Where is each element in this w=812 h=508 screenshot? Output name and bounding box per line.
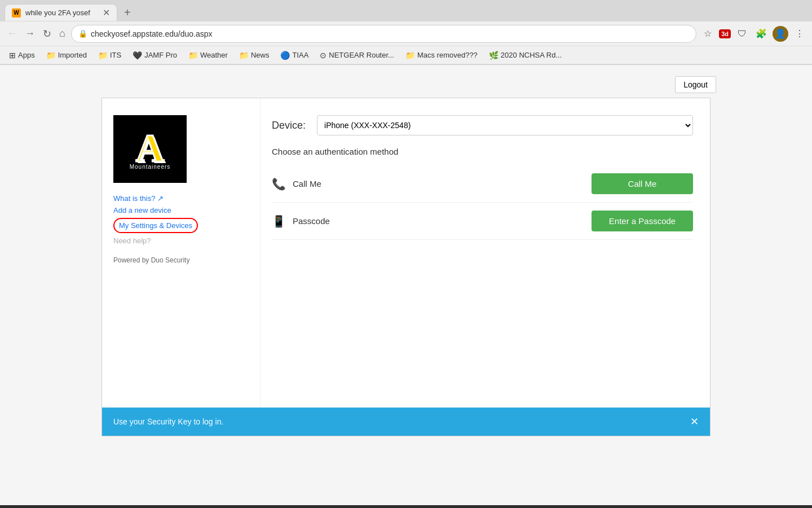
bookmark-nchsa[interactable]: 🌿 2020 NCHSA Rd... <box>484 50 566 61</box>
bookmark-news[interactable]: 📁 News <box>235 50 274 61</box>
security-banner: Use your Security Key to log in. ✕ <box>102 408 710 436</box>
device-label: Device: <box>272 120 306 132</box>
powered-by: Powered by Duo Security <box>113 256 189 264</box>
passcode-option: 📱 Passcode Enter a Passcode <box>272 203 693 240</box>
logout-button[interactable]: Logout <box>675 76 716 93</box>
security-banner-text: Use your Security Key to log in. <box>113 417 223 426</box>
device-row: Device: iPhone (XXX-XXX-2548) <box>272 115 693 135</box>
bookmark-its[interactable]: 📁 ITS <box>94 50 126 61</box>
bookmark-its-label: ITS <box>110 51 121 59</box>
call-me-left: 📞 Call Me <box>272 177 321 191</box>
lock-icon: 🔒 <box>78 29 87 38</box>
duo-body: A Mountaineers What is this? ↗ Add a new… <box>102 98 710 408</box>
bookmark-netgear-label: NETGEAR Router... <box>329 51 394 59</box>
call-me-label: Call Me <box>293 179 321 189</box>
jamf-icon: 🖤 <box>133 51 142 60</box>
duo-left-panel: A Mountaineers What is this? ↗ Add a new… <box>102 98 260 408</box>
bookmark-macs-label: Macs removed??? <box>417 51 478 59</box>
home-button[interactable]: ⌂ <box>57 25 68 42</box>
folder-icon-its: 📁 <box>98 51 108 60</box>
passcode-icon: 📱 <box>272 214 286 228</box>
add-new-device-link[interactable]: Add a new device <box>113 206 198 214</box>
menu-icon[interactable]: ⋮ <box>792 26 807 42</box>
bookmark-nchsa-label: 2020 NCHSA Rd... <box>501 51 562 59</box>
folder-icon-weather: 📁 <box>188 51 198 60</box>
bookmark-weather-label: Weather <box>200 51 228 59</box>
passcode-label: Passcode <box>293 216 330 226</box>
folder-icon-news: 📁 <box>239 51 249 60</box>
device-select[interactable]: iPhone (XXX-XXX-2548) <box>317 115 693 135</box>
user-avatar[interactable]: 👤 <box>773 26 788 42</box>
passcode-left: 📱 Passcode <box>272 214 330 228</box>
call-me-button[interactable]: Call Me <box>592 173 693 194</box>
bookmark-news-label: News <box>251 51 270 59</box>
app-logo: A Mountaineers <box>113 115 187 183</box>
need-help-link[interactable]: Need help? <box>113 237 198 245</box>
tab-favicon: W <box>12 8 21 17</box>
left-links: What is this? ↗ Add a new device My Sett… <box>113 194 198 245</box>
bookmark-imported[interactable]: 📁 Imported <box>42 50 91 61</box>
back-button[interactable]: ← <box>5 25 19 42</box>
logout-bar: Logout <box>96 76 716 93</box>
address-text: checkyosef.appstate.edu/duo.aspx <box>91 29 689 38</box>
star-icon[interactable]: ☆ <box>700 26 716 42</box>
tiaa-icon: 🔵 <box>280 51 290 60</box>
page-content: Logout A Mountaineers What is this? ↗ Ad… <box>0 65 812 505</box>
bookmark-netgear[interactable]: ⊙ NETGEAR Router... <box>315 50 399 61</box>
nav-bar: ← → ↻ ⌂ 🔒 checkyosef.appstate.edu/duo.as… <box>0 21 812 46</box>
active-tab[interactable]: W while you 2FA yosef ✕ <box>5 4 117 21</box>
logo-letter: A <box>136 126 165 170</box>
my-settings-devices-link[interactable]: My Settings & Devices <box>113 218 198 233</box>
auth-title: Choose an authentication method <box>272 147 693 156</box>
netgear-icon: ⊙ <box>320 51 326 60</box>
nav-right: ☆ 3d 🛡 🧩 👤 ⋮ <box>700 26 807 42</box>
bookmark-jamf[interactable]: 🖤 JAMF Pro <box>128 50 182 61</box>
bookmarks-bar: ⊞ Apps 📁 Imported 📁 ITS 🖤 JAMF Pro 📁 Wea… <box>0 46 812 64</box>
tab-close-button[interactable]: ✕ <box>103 7 110 18</box>
apps-grid-icon: ⊞ <box>9 51 16 60</box>
bookmark-imported-label: Imported <box>58 51 87 59</box>
bookmark-tiaa[interactable]: 🔵 TIAA <box>276 50 313 61</box>
bookmark-apps[interactable]: ⊞ Apps <box>5 50 39 61</box>
new-tab-button[interactable]: + <box>120 6 135 19</box>
enter-passcode-button[interactable]: Enter a Passcode <box>592 211 693 231</box>
extensions-icon[interactable]: 🧩 <box>753 26 769 42</box>
tab-bar: W while you 2FA yosef ✕ + <box>0 0 812 21</box>
what-is-this-link[interactable]: What is this? ↗ <box>113 194 198 203</box>
folder-icon-imported: 📁 <box>46 51 56 60</box>
duo-frame: A Mountaineers What is this? ↗ Add a new… <box>102 98 710 436</box>
folder-icon-macs: 📁 <box>405 51 415 60</box>
forward-button[interactable]: → <box>23 25 37 42</box>
call-me-option: 📞 Call Me Call Me <box>272 165 693 203</box>
bookmark-jamf-label: JAMF Pro <box>144 51 177 59</box>
nchsa-icon: 🌿 <box>489 51 498 60</box>
bookmark-tiaa-label: TIAA <box>292 51 308 59</box>
bookmark-macs[interactable]: 📁 Macs removed??? <box>401 50 482 61</box>
duo-right-panel: Device: iPhone (XXX-XXX-2548) Choose an … <box>260 98 710 408</box>
bookmark-apps-label: Apps <box>18 51 35 59</box>
reload-button[interactable]: ↻ <box>41 25 54 42</box>
address-bar[interactable]: 🔒 checkyosef.appstate.edu/duo.aspx <box>71 25 696 43</box>
tab-title: while you 2FA yosef <box>25 8 98 17</box>
phone-icon: 📞 <box>272 177 286 191</box>
3d-extension[interactable]: 3d <box>719 29 731 38</box>
banner-close-button[interactable]: ✕ <box>690 415 699 428</box>
bookmark-weather[interactable]: 📁 Weather <box>184 50 232 61</box>
footer: Disclaimer - EO Policy Appalachian ✦ <box>0 505 812 508</box>
shield-icon[interactable]: 🛡 <box>734 26 750 42</box>
